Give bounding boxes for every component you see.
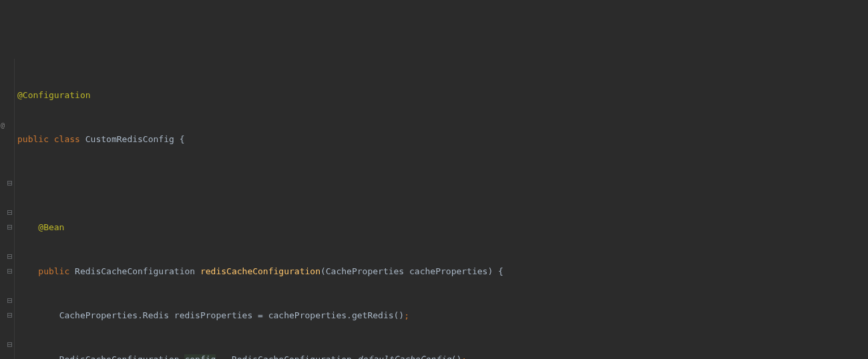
fold-toggle[interactable]: [7, 269, 12, 274]
method-name: redisCacheConfiguration: [200, 266, 320, 276]
code-line[interactable]: @Bean: [15, 220, 868, 235]
gutter: @: [0, 59, 15, 359]
annotation: @Bean: [38, 222, 64, 232]
code-line[interactable]: [15, 176, 868, 191]
code-line[interactable]: CacheProperties.Redis redisProperties = …: [15, 308, 868, 323]
variable-highlight: config: [184, 354, 216, 359]
fold-toggle[interactable]: [7, 342, 12, 347]
fold-toggle[interactable]: [7, 313, 12, 318]
code-area[interactable]: @Configuration public class CustomRedisC…: [15, 59, 868, 359]
code-line[interactable]: @Configuration: [15, 88, 868, 103]
code-line[interactable]: public class CustomRedisConfig {: [15, 132, 868, 147]
fold-toggle[interactable]: [7, 254, 12, 259]
bean-gutter-icon[interactable]: @: [1, 122, 5, 129]
fold-toggle[interactable]: [7, 298, 12, 303]
code-line[interactable]: RedisCacheConfiguration config = RedisCa…: [15, 352, 868, 359]
code-line[interactable]: public RedisCacheConfiguration redisCach…: [15, 264, 868, 279]
fold-toggle[interactable]: [7, 210, 12, 215]
fold-toggle[interactable]: [7, 181, 12, 186]
fold-toggle[interactable]: [7, 225, 12, 230]
annotation: @Configuration: [17, 90, 91, 100]
code-editor[interactable]: @ @Configuration public class CustomRedi…: [0, 59, 868, 359]
